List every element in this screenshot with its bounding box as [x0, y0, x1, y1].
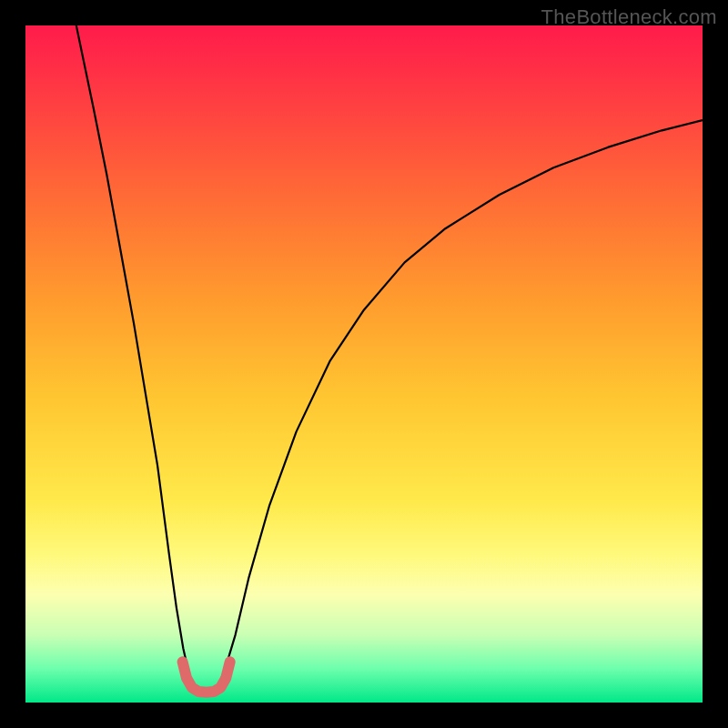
chart-frame: TheBottleneck.com [0, 0, 728, 728]
plot-area [25, 25, 703, 703]
chart-svg [25, 25, 703, 703]
gradient-background [25, 25, 703, 703]
watermark-text: TheBottleneck.com [541, 5, 717, 29]
